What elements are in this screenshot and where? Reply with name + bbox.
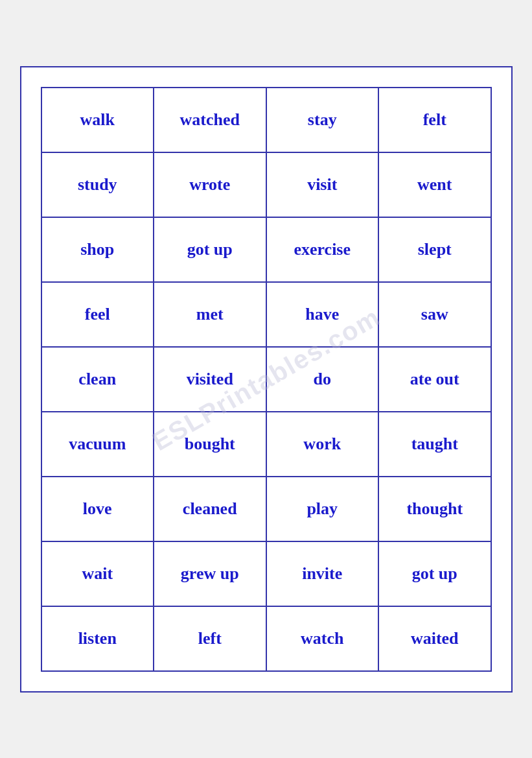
word-text: vacuum <box>69 434 126 454</box>
word-text: wait <box>82 564 113 584</box>
word-cell: wait <box>42 542 155 607</box>
word-text: slept <box>418 240 452 259</box>
word-cell: do <box>267 348 380 412</box>
word-cell: have <box>267 283 380 348</box>
word-cell: study <box>42 153 155 218</box>
word-text: have <box>305 305 339 324</box>
word-cell: waited <box>379 607 492 672</box>
word-text: ate out <box>410 370 459 389</box>
word-cell: ate out <box>379 348 492 412</box>
word-text: got up <box>412 564 457 584</box>
word-cell: met <box>154 283 267 348</box>
word-cell: shop <box>42 218 155 283</box>
word-text: watch <box>301 629 343 648</box>
word-text: wrote <box>189 175 230 195</box>
word-text: listen <box>78 629 117 648</box>
word-cell: saw <box>379 283 492 348</box>
word-cell: left <box>154 607 267 672</box>
word-cell: watched <box>154 88 267 153</box>
word-cell: exercise <box>267 218 380 283</box>
word-text: cleaned <box>183 499 237 519</box>
word-text: stay <box>308 110 337 130</box>
word-text: waited <box>411 629 459 648</box>
word-cell: bought <box>154 412 267 477</box>
word-cell: love <box>42 477 155 542</box>
word-cell: listen <box>42 607 155 672</box>
word-text: feel <box>85 305 110 324</box>
word-text: thought <box>406 499 463 519</box>
word-cell: felt <box>379 88 492 153</box>
word-text: clean <box>78 370 116 389</box>
word-cell: got up <box>154 218 267 283</box>
word-cell: grew up <box>154 542 267 607</box>
word-cell: feel <box>42 283 155 348</box>
word-text: play <box>306 499 338 519</box>
word-text: study <box>78 175 117 195</box>
word-text: went <box>417 175 452 195</box>
word-cell: thought <box>379 477 492 542</box>
word-cell: got up <box>379 542 492 607</box>
word-cell: play <box>267 477 380 542</box>
word-cell: taught <box>379 412 492 477</box>
main-page: walkwatchedstayfeltstudywrotevisitwentsh… <box>20 66 513 693</box>
word-cell: visit <box>267 153 380 218</box>
word-text: got up <box>187 240 233 259</box>
word-cell: watch <box>267 607 380 672</box>
word-text: taught <box>411 434 458 454</box>
word-text: saw <box>421 305 448 324</box>
word-cell: stay <box>267 88 380 153</box>
word-text: bought <box>185 434 235 454</box>
word-text: work <box>303 434 341 454</box>
word-text: felt <box>423 110 446 130</box>
word-text: visited <box>187 370 233 389</box>
word-cell: slept <box>379 218 492 283</box>
word-text: invite <box>302 564 342 584</box>
word-cell: went <box>379 153 492 218</box>
word-grid: walkwatchedstayfeltstudywrotevisitwentsh… <box>41 87 492 672</box>
word-text: walk <box>80 110 115 130</box>
word-text: left <box>198 629 222 648</box>
word-text: shop <box>80 240 114 259</box>
word-cell: wrote <box>154 153 267 218</box>
word-text: met <box>196 305 224 324</box>
word-cell: work <box>267 412 380 477</box>
word-text: watched <box>180 110 240 130</box>
word-text: grew up <box>181 564 239 584</box>
word-text: love <box>83 499 112 519</box>
word-cell: visited <box>154 348 267 412</box>
word-cell: clean <box>42 348 155 412</box>
word-text: visit <box>307 175 337 195</box>
word-cell: vacuum <box>42 412 155 477</box>
word-cell: walk <box>42 88 155 153</box>
word-cell: invite <box>267 542 380 607</box>
word-cell: cleaned <box>154 477 267 542</box>
word-text: do <box>314 370 331 389</box>
word-text: exercise <box>294 240 351 259</box>
